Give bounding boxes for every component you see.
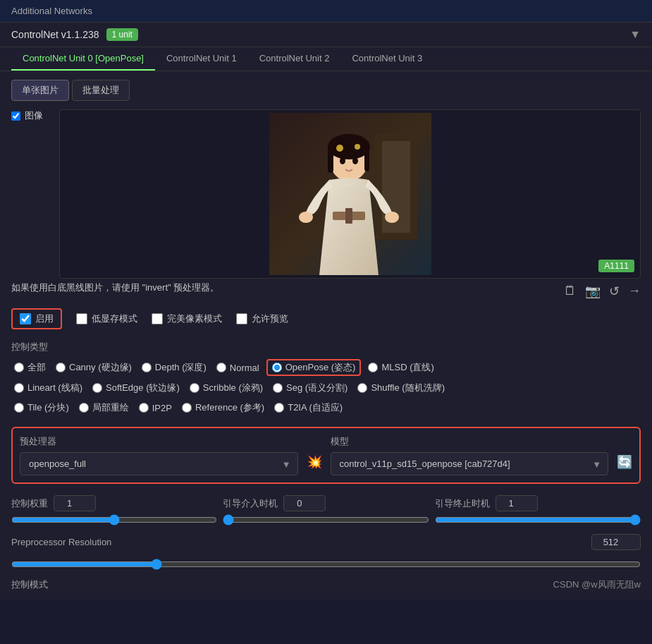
radio-canny[interactable]: Canny (硬边缘) (53, 359, 135, 376)
allow-preview-checkbox[interactable] (236, 313, 247, 324)
preprocessor-section: 预处理器 openpose_full ▼ (20, 435, 298, 475)
radio-t2ia[interactable]: T2IA (自适应) (271, 400, 345, 415)
controlnet-version: ControlNet v1.1.238 (11, 29, 99, 40)
end-guidance-label: 引导终止时机 (435, 497, 490, 510)
svg-point-7 (336, 145, 343, 152)
copy-icon[interactable]: 🗒 (564, 284, 577, 299)
svg-point-13 (340, 157, 345, 164)
start-guidance-col: 引导介入时机 (223, 495, 434, 525)
end-guidance-slider[interactable] (435, 514, 641, 525)
toolbar: 🗒 📷 ↺ → (564, 284, 641, 299)
svg-rect-5 (328, 145, 333, 173)
low-vram-label: 低显存模式 (92, 312, 137, 325)
control-type-row-1: 全部 Canny (硬边缘) Depth (深度) Normal OpenPos… (11, 359, 641, 376)
control-weight-label: 控制权重 (11, 497, 48, 510)
radio-seg[interactable]: Seg (语义分割) (270, 380, 350, 396)
radio-scribble[interactable]: Scribble (涂鸦) (187, 380, 266, 396)
control-type-label: 控制类型 (11, 341, 641, 353)
model-refresh-icon[interactable]: 🔄 (617, 454, 632, 475)
control-weight-slider[interactable] (11, 514, 217, 525)
allow-preview-label: 允许预览 (252, 312, 288, 325)
start-guidance-slider[interactable] (223, 514, 429, 525)
fire-icon: 💥 (307, 454, 322, 475)
radio-shuffle[interactable]: Shuffle (随机洗牌) (355, 380, 448, 396)
svg-point-8 (355, 144, 360, 150)
camera-icon[interactable]: 📷 (585, 284, 601, 299)
svg-point-4 (328, 134, 370, 159)
low-vram-checkbox[interactable] (76, 313, 87, 324)
main-tabs: ControlNet Unit 0 [OpenPose] ControlNet … (0, 47, 652, 71)
pixel-perfect-label: 完美像素模式 (167, 312, 222, 325)
radio-openpose[interactable]: OpenPose (姿态) (266, 359, 362, 376)
content-area: 单张图片 批量处理 图像 (0, 71, 652, 600)
unit-badge: 1 unit (106, 28, 138, 41)
end-guidance-col: 引导终止时机 (435, 495, 641, 525)
start-guidance-label-row: 引导介入时机 (223, 495, 429, 511)
radio-normal[interactable]: Normal (214, 359, 262, 376)
model-select-wrapper: control_v11p_sd15_openpose [cab727d4] ▼ (331, 452, 609, 475)
preprocessor-title: 预处理器 (20, 435, 298, 448)
end-guidance-input[interactable] (496, 495, 538, 511)
tab-unit-1[interactable]: ControlNet Unit 1 (155, 47, 248, 71)
sub-tab-batch[interactable]: 批量处理 (72, 80, 130, 101)
radio-reference[interactable]: Reference (参考) (179, 400, 267, 415)
radio-lineart[interactable]: Lineart (线稿) (11, 380, 85, 396)
radio-all[interactable]: 全部 (11, 359, 49, 376)
svg-rect-6 (364, 145, 369, 171)
control-weight-input[interactable] (54, 495, 96, 511)
enabled-checkbox-wrapper: 启用 (11, 308, 62, 329)
start-guidance-label: 引导介入时机 (223, 497, 278, 510)
person-illustration (269, 113, 431, 275)
control-type-section: 控制类型 全部 Canny (硬边缘) Depth (深度) Normal Op… (11, 341, 641, 415)
control-weight-col: 控制权重 (11, 495, 223, 525)
image-left-label: 图像 (11, 109, 54, 279)
preprocessor-select[interactable]: openpose_full (20, 452, 298, 475)
pixel-perfect-checkbox[interactable] (152, 313, 163, 324)
enabled-row: 启用 低显存模式 完美像素模式 允许预览 (11, 308, 641, 329)
control-type-row-3: Tile (分块) 局部重绘 IP2P Reference (参考) T2IA … (11, 400, 641, 415)
chevron-down-icon[interactable]: ▼ (629, 28, 641, 41)
tab-unit-3[interactable]: ControlNet Unit 3 (340, 47, 433, 71)
model-select[interactable]: control_v11p_sd15_openpose [cab727d4] (331, 452, 609, 475)
radio-inpaint[interactable]: 局部重绘 (76, 400, 132, 415)
sliders-row: 控制权重 引导介入时机 引导终止时机 (11, 495, 641, 525)
sub-tab-single[interactable]: 单张图片 (11, 80, 69, 101)
preprocessor-res-label: Preprocessor Resolution (11, 537, 591, 547)
enabled-checkbox[interactable] (20, 313, 31, 324)
low-vram-wrapper: 低显存模式 (76, 312, 137, 325)
tab-unit-2[interactable]: ControlNet Unit 2 (248, 47, 341, 71)
image-checkbox-wrapper: 图像 (11, 109, 54, 122)
refresh-icon[interactable]: ↺ (609, 284, 620, 299)
start-guidance-input[interactable] (283, 495, 326, 511)
radio-depth[interactable]: Depth (深度) (139, 359, 209, 376)
controlnet-header: ControlNet v1.1.238 1 unit ▼ (0, 23, 652, 47)
control-weight-label-row: 控制权重 (11, 495, 217, 511)
radio-ip2p[interactable]: IP2P (136, 400, 175, 415)
invert-hint: 如果使用白底黑线图片，请使用 "invert" 预处理器。 (11, 281, 219, 294)
control-mode-label: 控制模式 (11, 578, 48, 591)
model-title: 模型 (331, 435, 609, 448)
image-upload-container: 图像 (11, 109, 641, 279)
pixel-perfect-wrapper: 完美像素模式 (152, 312, 222, 325)
end-guidance-label-row: 引导终止时机 (435, 495, 641, 511)
watermark: CSDN @w风雨无阻w (553, 578, 641, 591)
arrow-icon[interactable]: → (628, 284, 641, 299)
image-upload-frame[interactable]: A1111 (59, 109, 641, 279)
preprocessor-res-row: Preprocessor Resolution (11, 534, 641, 550)
image-checkbox[interactable] (11, 111, 20, 121)
radio-softedge[interactable]: SoftEdge (软边缘) (90, 380, 183, 396)
preprocessor-res-slider[interactable] (11, 559, 641, 570)
preprocessor-model-row: 预处理器 openpose_full ▼ 💥 模型 control_v11p_s… (11, 427, 641, 484)
sub-tabs: 单张图片 批量处理 (11, 80, 641, 101)
model-section: 模型 control_v11p_sd15_openpose [cab727d4]… (331, 435, 609, 475)
additional-networks-title: Additional Networks (11, 6, 92, 16)
preprocessor-res-input[interactable] (591, 534, 641, 550)
control-type-row-2: Lineart (线稿) SoftEdge (软边缘) Scribble (涂鸦… (11, 380, 641, 396)
preprocessor-select-wrapper: openpose_full ▼ (20, 452, 298, 475)
a1111-badge: A1111 (598, 260, 634, 272)
tab-unit-0[interactable]: ControlNet Unit 0 [OpenPose] (11, 47, 155, 71)
main-container: Additional Networks ControlNet v1.1.238 … (0, 0, 652, 600)
radio-mlsd[interactable]: MLSD (直线) (365, 359, 436, 376)
radio-tile[interactable]: Tile (分块) (11, 400, 72, 415)
svg-rect-10 (345, 208, 352, 224)
